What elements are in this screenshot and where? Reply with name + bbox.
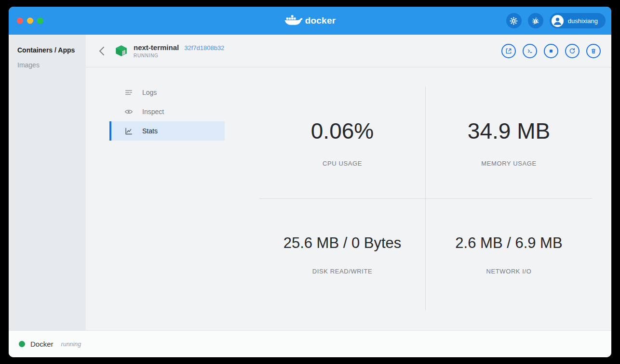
user-account-button[interactable]: dushixiang [550,13,606,28]
docker-logo-text: docker [305,15,336,26]
stop-icon [547,47,555,55]
container-meta: next-terminal 32f7d1808b32 RUNNING [134,43,224,58]
stat-label: DISK READ/WRITE [312,268,373,275]
stat-disk-read-write: 25.6 MB / 0 Bytes DISK READ/WRITE [259,199,426,311]
status-app-name: Docker [30,340,54,348]
tab-stats[interactable]: Stats [109,121,225,141]
titlebar-right-controls: dushixiang [506,13,606,28]
minimize-window-button[interactable] [27,18,33,24]
titlebar: docker [9,7,611,35]
container-header: next-terminal 32f7d1808b32 RUNNING [86,35,611,67]
gear-icon [509,16,518,26]
container-tabs: Logs Inspect [109,83,225,141]
eye-icon [124,108,133,115]
docker-desktop-window: docker [9,7,611,357]
stat-label: CPU USAGE [323,160,362,167]
terminal-icon [526,47,534,55]
open-external-icon [505,47,512,55]
stats-grid: 0.06% CPU USAGE 34.9 MB MEMORY USAGE 25.… [259,87,592,311]
docker-whale-icon [284,15,303,27]
tab-inspect[interactable]: Inspect [109,102,225,121]
container-actions [501,44,601,58]
close-window-button[interactable] [17,18,23,24]
container-status: RUNNING [134,53,224,58]
stat-value: 0.06% [311,118,374,144]
sidebar-item-images[interactable]: Images [17,61,77,69]
container-icon [115,44,128,57]
chart-icon [124,127,133,135]
container-id[interactable]: 32f7d1808b32 [184,44,224,52]
stat-value: 2.6 MB / 6.9 MB [455,234,562,252]
troubleshoot-button[interactable] [528,13,543,28]
docker-running-dot [19,341,25,347]
chevron-left-icon [100,47,104,55]
delete-button[interactable] [586,44,601,58]
window-controls [17,18,43,24]
screen: docker [0,0,620,364]
stat-memory-usage: 34.9 MB MEMORY USAGE [426,87,592,199]
stat-label: MEMORY USAGE [481,160,536,167]
restart-icon [568,47,576,55]
tab-label: Stats [142,127,158,135]
stat-label: NETWORK I/O [486,268,532,275]
back-button[interactable] [95,45,108,57]
tab-logs[interactable]: Logs [109,83,225,102]
settings-button[interactable] [506,13,522,28]
bug-icon [531,16,540,26]
restart-button[interactable] [565,44,580,58]
avatar [552,15,564,27]
status-bar: Docker running [9,330,611,357]
container-name: next-terminal [134,43,179,52]
logs-icon [124,89,133,96]
trash-icon [590,47,597,55]
sidebar-item-containers-apps[interactable]: Containers / Apps [17,46,77,54]
stat-network-io: 2.6 MB / 6.9 MB NETWORK I/O [426,199,592,311]
sidebar: Containers / Apps Images [9,35,86,330]
window-body: Containers / Apps Images [9,35,611,330]
status-state: running [61,341,81,348]
cli-button[interactable] [523,44,537,58]
main-panel: next-terminal 32f7d1808b32 RUNNING [86,35,611,330]
stat-value: 34.9 MB [468,118,550,144]
docker-logo: docker [284,15,336,27]
open-in-browser-button[interactable] [501,44,516,58]
stat-value: 25.6 MB / 0 Bytes [283,234,402,252]
tab-label: Inspect [142,108,164,116]
user-name: dushixiang [568,17,598,25]
stop-button[interactable] [544,44,558,58]
zoom-window-button[interactable] [37,18,43,24]
tab-label: Logs [142,89,157,96]
stats-content: Logs Inspect [86,67,611,330]
stat-cpu-usage: 0.06% CPU USAGE [259,87,426,199]
